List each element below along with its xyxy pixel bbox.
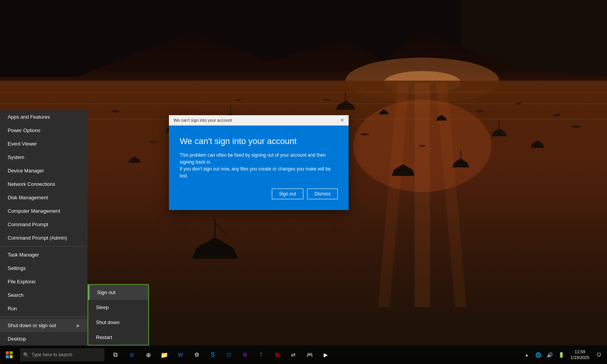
separator-2 — [0, 317, 88, 317]
svg-marker-33 — [192, 237, 238, 259]
svg-point-43 — [361, 133, 369, 136]
svg-point-37 — [111, 110, 119, 113]
separator-1 — [0, 246, 88, 247]
svg-point-42 — [323, 99, 330, 101]
power-submenu-sign-out[interactable]: Sign out — [88, 285, 148, 300]
svg-point-2 — [384, 71, 461, 94]
context-menu-item-network-connections[interactable]: Network Connections — [0, 177, 88, 191]
svg-point-9 — [353, 100, 491, 192]
context-menu-item-event-viewer[interactable]: Event Viewer — [0, 137, 88, 151]
cant-sign-in-dialog: We can't sign into your account ✕ We can… — [169, 115, 349, 210]
svg-marker-31 — [452, 158, 469, 167]
dialog-title: We can't sign into your account — [180, 136, 338, 146]
svg-rect-52 — [10, 355, 13, 358]
taskbar-steam-icon[interactable]: ⚙ — [189, 346, 204, 364]
svg-rect-49 — [6, 351, 9, 354]
taskbar-clock[interactable]: 11:59 1/19/2025 — [567, 346, 592, 364]
context-menu-item-desktop[interactable]: Desktop — [0, 332, 88, 346]
tray-volume-icon[interactable]: 🔊 — [544, 346, 555, 364]
task-view-icon: ⧉ — [113, 351, 117, 358]
dialog-buttons: Sign out Dismiss — [180, 189, 338, 199]
power-submenu-shut-down[interactable]: Shut down — [88, 315, 148, 330]
dialog-message: This problem can often be fixed by signi… — [180, 152, 338, 179]
dialog-dismiss-button[interactable]: Dismiss — [307, 189, 338, 199]
start-button[interactable] — [0, 346, 18, 364]
svg-marker-19 — [379, 109, 389, 114]
svg-point-41 — [571, 126, 581, 128]
taskbar-search-placeholder: Type here to search — [31, 352, 72, 357]
windows-logo-icon — [6, 351, 13, 358]
svg-rect-50 — [10, 351, 13, 354]
dialog-body: We can't sign into your account This pro… — [169, 126, 349, 210]
taskbar-onenote-icon[interactable]: N — [237, 346, 253, 364]
clock-time: 11:59 — [575, 349, 585, 355]
svg-point-45 — [151, 141, 157, 143]
desktop-background: APPUALS Apps and Features Power Options … — [0, 0, 607, 364]
svg-point-39 — [553, 114, 561, 116]
taskbar-skype-icon[interactable]: S — [205, 346, 220, 364]
tray-chevron-icon[interactable]: ▲ — [521, 346, 532, 364]
taskbar-search-box[interactable]: 🔍 Type here to search — [20, 348, 104, 361]
taskbar-extra2-icon[interactable]: ▶ — [318, 346, 333, 364]
context-menu-item-device-manager[interactable]: Device Manager — [0, 164, 88, 177]
context-menu-item-apps-features[interactable]: Apps and Features — [0, 110, 88, 124]
task-view-button[interactable]: ⧉ — [108, 346, 123, 364]
pinned-apps: e ⊕ 📁 W ⚙ S O N T — [124, 346, 333, 364]
tray-notification-icon[interactable]: 🗨 — [593, 346, 604, 364]
svg-point-44 — [419, 145, 426, 147]
dialog-close-icon[interactable]: ✕ — [340, 117, 344, 123]
context-menu-item-run[interactable]: Run — [0, 302, 88, 315]
context-menu-item-settings[interactable]: Settings — [0, 261, 88, 275]
power-submenu: Sign out Sleep Shut down Restart — [88, 284, 149, 346]
context-menu-item-disk-management[interactable]: Disk Management — [0, 191, 88, 204]
submenu-chevron-icon: ▶ — [77, 323, 80, 328]
svg-point-47 — [476, 111, 484, 113]
clock-date: 1/19/2025 — [571, 355, 589, 361]
taskbar: 🔍 Type here to search ⧉ e ⊕ 📁 W ⚙ — [0, 346, 607, 364]
taskbar-outlook-icon[interactable]: O — [221, 346, 237, 364]
power-submenu-restart[interactable]: Restart — [88, 330, 148, 345]
taskbar-word-icon[interactable]: W — [173, 346, 188, 364]
taskbar-extra1-icon[interactable]: 🎮 — [302, 346, 317, 364]
context-menu-item-command-prompt-admin[interactable]: Command Prompt (Admin) — [0, 231, 88, 245]
svg-marker-23 — [491, 128, 507, 136]
taskbar-edge-icon[interactable]: e — [124, 346, 140, 364]
context-menu-item-file-explorer[interactable]: File Explorer — [0, 275, 88, 288]
svg-marker-30 — [128, 157, 141, 163]
context-menu-item-system[interactable]: System — [0, 151, 88, 164]
svg-marker-22 — [436, 115, 447, 121]
tray-battery-icon[interactable]: 🔋 — [556, 346, 567, 364]
taskbar-teams-icon[interactable]: T — [253, 346, 269, 364]
svg-marker-3 — [0, 0, 607, 77]
context-menu-item-computer-management[interactable]: Computer Management — [0, 204, 88, 218]
context-menu-item-search[interactable]: Search — [0, 288, 88, 302]
svg-marker-17 — [336, 101, 355, 110]
dialog-titlebar: We can't sign into your account ✕ — [169, 115, 349, 126]
svg-marker-4 — [461, 0, 607, 77]
tray-network-icon[interactable]: 🌐 — [533, 346, 544, 364]
svg-rect-51 — [6, 355, 9, 358]
taskbar-chrome-icon[interactable]: ⊕ — [141, 346, 156, 364]
taskbar-netflix-icon[interactable]: N — [270, 346, 285, 364]
dialog-sign-out-button[interactable]: Sign out — [272, 189, 303, 199]
svg-point-46 — [235, 99, 241, 101]
svg-line-35 — [215, 223, 227, 234]
dialog-titlebar-text: We can't sign into your account — [174, 118, 232, 122]
power-submenu-sleep[interactable]: Sleep — [88, 300, 148, 315]
svg-line-10 — [384, 83, 403, 307]
taskbar-tray: ▲ 🌐 🔊 🔋 11:59 1/19/2025 🗨 — [521, 346, 607, 364]
taskbar-filezilla-icon[interactable]: ⇄ — [286, 346, 301, 364]
svg-marker-36 — [531, 141, 544, 148]
svg-point-1 — [346, 58, 499, 104]
context-menu: Apps and Features Power Options Event Vi… — [0, 110, 88, 346]
svg-point-38 — [515, 103, 521, 104]
context-menu-item-power-options[interactable]: Power Options — [0, 124, 88, 137]
context-menu-item-command-prompt[interactable]: Command Prompt — [0, 218, 88, 231]
svg-line-12 — [442, 83, 461, 307]
context-menu-item-task-manager[interactable]: Task Manager — [0, 248, 88, 261]
svg-marker-29 — [392, 164, 415, 176]
context-menu-item-shutdown-signout[interactable]: Shut down or sign out ▶ — [0, 319, 88, 332]
taskbar-explorer-icon[interactable]: 📁 — [157, 346, 172, 364]
search-icon: 🔍 — [23, 352, 29, 358]
